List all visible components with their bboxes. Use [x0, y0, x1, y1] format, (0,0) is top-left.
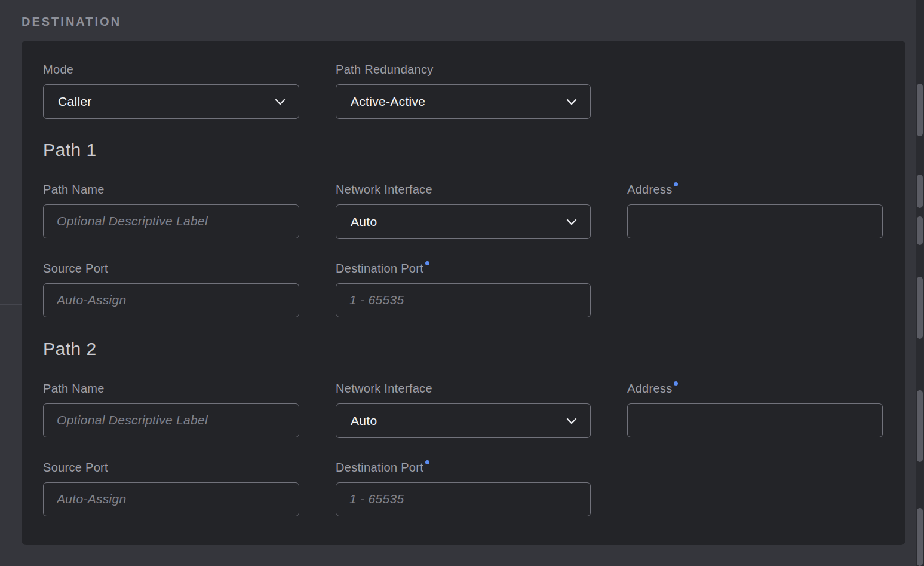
required-dot	[674, 381, 678, 386]
path2-source-port-field: Source Port	[43, 461, 299, 516]
path2-name-input[interactable]	[43, 403, 299, 437]
path2-source-port-input[interactable]	[43, 482, 299, 516]
scrollbar-thumb[interactable]	[917, 216, 923, 245]
mode-field: Mode Caller	[43, 63, 299, 119]
path2-name-field: Path Name	[43, 382, 299, 437]
path2-name-label: Path Name	[43, 382, 299, 395]
required-dot	[425, 460, 429, 464]
path1-heading: Path 1	[43, 140, 97, 160]
required-dot	[674, 182, 678, 186]
chevron-down-icon	[566, 418, 577, 424]
destination-settings-card: Mode Caller Path Redundancy Active-Activ…	[22, 41, 905, 545]
path1-name-label: Path Name	[43, 183, 299, 196]
path-redundancy-label: Path Redundancy	[336, 63, 591, 76]
path1-network-interface-field: Network Interface Auto	[336, 183, 591, 239]
path2-network-interface-select[interactable]: Auto	[336, 403, 591, 438]
path1-name-field: Path Name	[43, 183, 299, 238]
scrollbar-thumb[interactable]	[917, 277, 923, 339]
path-redundancy-select-value: Active-Active	[351, 94, 425, 109]
path2-network-interface-select-value: Auto	[351, 414, 377, 428]
path2-network-interface-field: Network Interface Auto	[336, 382, 591, 438]
path1-source-port-input[interactable]	[43, 283, 299, 317]
background-seam	[0, 304, 22, 305]
path1-destination-port-field: Destination Port	[336, 262, 591, 317]
path2-address-field: Address	[627, 382, 883, 437]
path1-name-input[interactable]	[43, 204, 299, 238]
path1-address-input[interactable]	[627, 204, 883, 238]
chevron-down-icon	[275, 99, 286, 105]
path1-destination-port-label: Destination Port	[336, 262, 591, 275]
path2-destination-port-field: Destination Port	[336, 461, 591, 516]
mode-select[interactable]: Caller	[43, 84, 299, 119]
path1-destination-port-input[interactable]	[336, 283, 591, 317]
path2-network-interface-label: Network Interface	[336, 382, 591, 395]
path1-network-interface-select[interactable]: Auto	[336, 204, 591, 239]
scrollbar-thumb[interactable]	[917, 175, 923, 208]
mode-select-value: Caller	[58, 94, 92, 109]
scrollbar-track[interactable]	[916, 0, 924, 566]
chevron-down-icon	[566, 219, 577, 225]
section-title: DESTINATION	[22, 14, 121, 29]
path1-network-interface-select-value: Auto	[351, 215, 377, 229]
path1-address-label: Address	[627, 183, 883, 196]
mode-label: Mode	[43, 63, 299, 76]
path2-heading: Path 2	[43, 339, 97, 359]
path2-destination-port-label: Destination Port	[336, 461, 591, 474]
scrollbar-thumb[interactable]	[917, 508, 923, 566]
path1-network-interface-label: Network Interface	[336, 183, 591, 196]
scrollbar-thumb[interactable]	[917, 390, 923, 462]
chevron-down-icon	[566, 99, 577, 105]
path1-address-field: Address	[627, 183, 883, 238]
path-redundancy-select[interactable]: Active-Active	[336, 84, 591, 119]
path2-destination-port-input[interactable]	[336, 482, 591, 516]
path1-source-port-field: Source Port	[43, 262, 299, 317]
path2-source-port-label: Source Port	[43, 461, 299, 474]
path-redundancy-field: Path Redundancy Active-Active	[336, 63, 591, 119]
path2-address-input[interactable]	[627, 403, 883, 437]
path2-address-label: Address	[627, 382, 883, 395]
scrollbar-thumb[interactable]	[917, 84, 923, 136]
required-dot	[425, 261, 429, 265]
path1-source-port-label: Source Port	[43, 262, 299, 275]
